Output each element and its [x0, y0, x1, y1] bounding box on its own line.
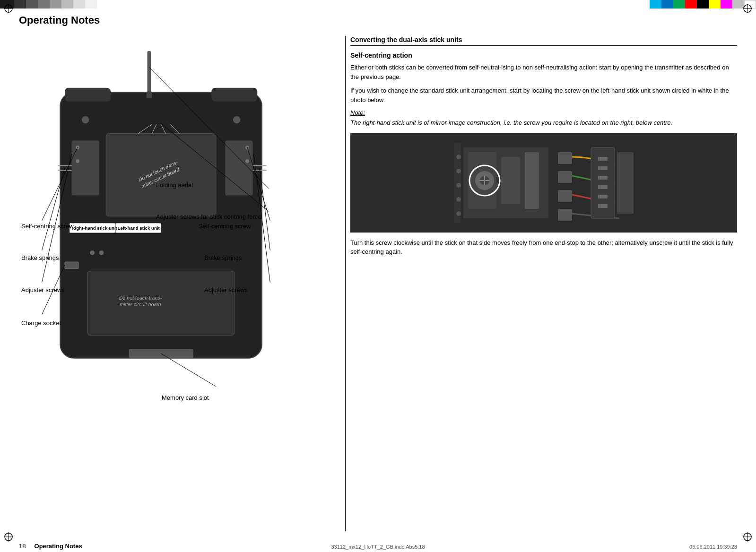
reg-mark-top-right	[743, 4, 752, 13]
svg-point-63	[456, 211, 461, 216]
svg-text:mitter circuit board: mitter circuit board	[120, 302, 162, 307]
subsection-title: Self-centring action	[350, 52, 737, 59]
svg-rect-73	[558, 171, 572, 183]
svg-point-62	[456, 197, 461, 202]
diagram-container: Do not touch trans- mitter circuit board…	[19, 41, 322, 428]
section-title: Converting the dual-axis stick units	[350, 36, 737, 46]
bw-strip-top	[0, 0, 97, 9]
footer-title: Operating Notes	[35, 543, 82, 550]
svg-text:Left-hand stick unit: Left-hand stick unit	[117, 225, 160, 231]
svg-rect-83	[598, 204, 608, 208]
svg-rect-13	[65, 88, 111, 102]
note-label: Note:	[350, 109, 737, 116]
svg-rect-72	[558, 152, 572, 164]
paragraph1: Either or both sticks can be converted f…	[350, 63, 737, 81]
svg-rect-78	[598, 157, 608, 161]
paragraph3: Turn this screw clockwise until the stic…	[350, 238, 737, 257]
right-column: Converting the dual-axis stick units Sel…	[345, 36, 737, 531]
reg-mark-bottom-left	[4, 532, 13, 542]
svg-point-35	[76, 159, 79, 163]
svg-rect-57	[454, 143, 461, 223]
svg-point-37	[245, 159, 249, 163]
svg-point-60	[456, 169, 461, 173]
paragraph2: If you wish to change the standard stick…	[350, 86, 737, 104]
label-charge-socket: Charge socket	[21, 319, 61, 327]
label-adjuster-screws-stick: Adjuster screws for stick centring force	[156, 213, 261, 220]
svg-rect-75	[558, 209, 572, 221]
svg-rect-20	[72, 140, 99, 195]
svg-point-30	[233, 116, 241, 124]
svg-rect-81	[598, 185, 608, 189]
two-column-layout: Do not touch trans- mitter circuit board…	[19, 36, 737, 531]
label-self-centring-right: Self-centring screw	[199, 223, 251, 230]
label-brake-springs-left: Brake springs	[21, 254, 59, 261]
svg-rect-16	[147, 91, 152, 98]
svg-rect-77	[617, 152, 634, 214]
reg-mark-top-left	[4, 4, 13, 13]
svg-text:Right-hand stick unit: Right-hand stick unit	[72, 225, 118, 231]
page-title: Operating Notes	[19, 14, 737, 26]
label-adjuster-screws-right: Adjuster screws	[204, 286, 248, 293]
svg-rect-79	[598, 166, 608, 170]
svg-rect-74	[558, 190, 572, 202]
svg-rect-46	[65, 262, 78, 269]
svg-rect-82	[598, 195, 608, 198]
page-number: 18	[19, 543, 26, 550]
page-content: Operating Notes	[19, 14, 737, 538]
label-brake-springs-right: Brake springs	[204, 254, 242, 261]
diagram-svg: Do not touch trans- mitter circuit board…	[19, 41, 322, 428]
svg-rect-14	[211, 88, 257, 102]
svg-point-59	[456, 155, 461, 159]
label-self-centring-left: Self-centring screw	[21, 223, 74, 230]
stick-unit-photo	[350, 133, 737, 233]
svg-rect-66	[525, 152, 539, 209]
reg-mark-bottom-right	[743, 532, 752, 542]
color-strip-top-right	[650, 0, 756, 9]
svg-point-61	[456, 183, 461, 188]
label-memory-card-slot: Memory card slot	[162, 394, 209, 401]
svg-point-31	[90, 250, 95, 255]
label-folding-aerial: Folding aerial	[156, 181, 193, 189]
svg-point-36	[245, 146, 249, 149]
svg-point-29	[82, 116, 89, 124]
svg-text:Do not touch trans-: Do not touch trans-	[119, 295, 162, 301]
svg-point-32	[99, 250, 104, 255]
file-info-left: 33112_mx12_HoTT_2_GB.indd Abs5:18	[331, 544, 425, 550]
file-info-right: 06.06.2011 19:39:28	[689, 544, 737, 550]
note-italic: The right-hand stick unit is of mirror-i…	[350, 118, 737, 128]
svg-rect-65	[501, 157, 520, 204]
page-footer: 18 Operating Notes	[19, 543, 82, 550]
left-column: Do not touch trans- mitter circuit board…	[19, 36, 331, 531]
svg-rect-15	[148, 51, 151, 97]
svg-rect-80	[598, 176, 608, 180]
label-adjuster-screws-left: Adjuster screws	[21, 286, 65, 293]
